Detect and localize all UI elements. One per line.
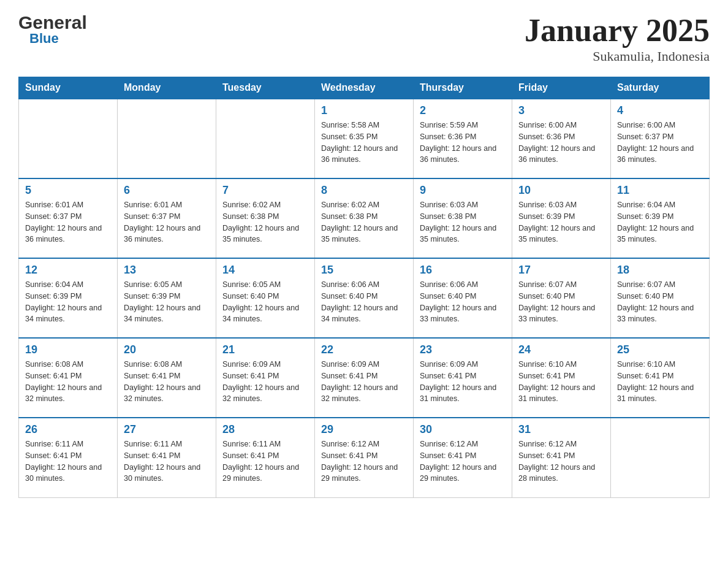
logo: General Blue: [18, 12, 87, 47]
calendar-subtitle: Sukamulia, Indonesia: [525, 48, 710, 64]
calendar-cell: 2Sunrise: 5:59 AM Sunset: 6:36 PM Daylig…: [414, 99, 512, 178]
day-info: Sunrise: 6:12 AM Sunset: 6:41 PM Dayligh…: [420, 439, 506, 484]
day-number: 22: [321, 343, 407, 356]
day-info: Sunrise: 6:09 AM Sunset: 6:41 PM Dayligh…: [321, 359, 407, 405]
day-info: Sunrise: 6:08 AM Sunset: 6:41 PM Dayligh…: [25, 359, 111, 405]
day-number: 27: [124, 423, 210, 436]
col-sunday: Sunday: [19, 77, 118, 99]
day-number: 9: [420, 184, 506, 197]
day-info: Sunrise: 6:08 AM Sunset: 6:41 PM Dayligh…: [124, 359, 210, 405]
day-number: 24: [518, 343, 604, 356]
day-number: 30: [420, 423, 506, 436]
day-info: Sunrise: 6:12 AM Sunset: 6:41 PM Dayligh…: [518, 439, 604, 484]
calendar-week-4: 19Sunrise: 6:08 AM Sunset: 6:41 PM Dayli…: [19, 338, 710, 418]
day-number: 25: [617, 343, 703, 356]
calendar-cell: 14Sunrise: 6:05 AM Sunset: 6:40 PM Dayli…: [216, 258, 315, 338]
calendar-week-5: 26Sunrise: 6:11 AM Sunset: 6:41 PM Dayli…: [19, 418, 710, 497]
calendar-cell: 12Sunrise: 6:04 AM Sunset: 6:39 PM Dayli…: [19, 258, 118, 338]
day-number: 8: [321, 184, 407, 197]
day-number: 26: [25, 423, 111, 436]
calendar-cell: 25Sunrise: 6:10 AM Sunset: 6:41 PM Dayli…: [611, 338, 710, 418]
calendar-cell: 26Sunrise: 6:11 AM Sunset: 6:41 PM Dayli…: [19, 418, 118, 497]
calendar-cell: 10Sunrise: 6:03 AM Sunset: 6:39 PM Dayli…: [512, 178, 611, 258]
day-info: Sunrise: 5:59 AM Sunset: 6:36 PM Dayligh…: [420, 120, 506, 166]
logo-general-text: General: [18, 12, 87, 33]
day-info: Sunrise: 6:11 AM Sunset: 6:41 PM Dayligh…: [124, 439, 210, 484]
day-info: Sunrise: 6:07 AM Sunset: 6:40 PM Dayligh…: [518, 279, 604, 325]
calendar-cell: 20Sunrise: 6:08 AM Sunset: 6:41 PM Dayli…: [118, 338, 216, 418]
day-info: Sunrise: 6:04 AM Sunset: 6:39 PM Dayligh…: [25, 279, 111, 325]
calendar-cell: 9Sunrise: 6:03 AM Sunset: 6:38 PM Daylig…: [414, 178, 512, 258]
calendar-cell: [611, 418, 710, 497]
calendar-cell: 3Sunrise: 6:00 AM Sunset: 6:36 PM Daylig…: [512, 99, 611, 178]
day-info: Sunrise: 6:07 AM Sunset: 6:40 PM Dayligh…: [617, 279, 703, 325]
day-number: 21: [222, 343, 308, 356]
calendar-cell: 29Sunrise: 6:12 AM Sunset: 6:41 PM Dayli…: [315, 418, 414, 497]
day-number: 11: [617, 184, 703, 197]
calendar-week-1: 1Sunrise: 5:58 AM Sunset: 6:35 PM Daylig…: [19, 99, 710, 178]
day-info: Sunrise: 6:10 AM Sunset: 6:41 PM Dayligh…: [518, 359, 604, 405]
calendar-cell: 24Sunrise: 6:10 AM Sunset: 6:41 PM Dayli…: [512, 338, 611, 418]
calendar-cell: 18Sunrise: 6:07 AM Sunset: 6:40 PM Dayli…: [611, 258, 710, 338]
day-info: Sunrise: 6:06 AM Sunset: 6:40 PM Dayligh…: [321, 279, 407, 325]
calendar-cell: 1Sunrise: 5:58 AM Sunset: 6:35 PM Daylig…: [315, 99, 414, 178]
calendar-cell: 11Sunrise: 6:04 AM Sunset: 6:39 PM Dayli…: [611, 178, 710, 258]
calendar-cell: 31Sunrise: 6:12 AM Sunset: 6:41 PM Dayli…: [512, 418, 611, 497]
page-header: General Blue January 2025 Sukamulia, Ind…: [18, 12, 710, 64]
day-info: Sunrise: 6:06 AM Sunset: 6:40 PM Dayligh…: [420, 279, 506, 325]
day-number: 29: [321, 423, 407, 436]
calendar-cell: [19, 99, 118, 178]
title-block: January 2025 Sukamulia, Indonesia: [525, 12, 710, 64]
day-number: 12: [25, 264, 111, 277]
logo-blue-text: Blue: [29, 31, 59, 47]
calendar-title: January 2025: [525, 12, 710, 48]
calendar-cell: 21Sunrise: 6:09 AM Sunset: 6:41 PM Dayli…: [216, 338, 315, 418]
day-info: Sunrise: 6:11 AM Sunset: 6:41 PM Dayligh…: [25, 439, 111, 484]
calendar-cell: 5Sunrise: 6:01 AM Sunset: 6:37 PM Daylig…: [19, 178, 118, 258]
calendar-week-2: 5Sunrise: 6:01 AM Sunset: 6:37 PM Daylig…: [19, 178, 710, 258]
day-info: Sunrise: 6:12 AM Sunset: 6:41 PM Dayligh…: [321, 439, 407, 484]
calendar-cell: 27Sunrise: 6:11 AM Sunset: 6:41 PM Dayli…: [118, 418, 216, 497]
day-number: 31: [518, 423, 604, 436]
day-info: Sunrise: 6:02 AM Sunset: 6:38 PM Dayligh…: [222, 199, 308, 245]
calendar-cell: 7Sunrise: 6:02 AM Sunset: 6:38 PM Daylig…: [216, 178, 315, 258]
calendar-cell: 28Sunrise: 6:11 AM Sunset: 6:41 PM Dayli…: [216, 418, 315, 497]
day-info: Sunrise: 6:09 AM Sunset: 6:41 PM Dayligh…: [222, 359, 308, 405]
day-info: Sunrise: 5:58 AM Sunset: 6:35 PM Dayligh…: [321, 120, 407, 166]
day-number: 4: [617, 104, 703, 117]
col-friday: Friday: [512, 77, 611, 99]
day-info: Sunrise: 6:11 AM Sunset: 6:41 PM Dayligh…: [222, 439, 308, 484]
day-number: 19: [25, 343, 111, 356]
day-info: Sunrise: 6:00 AM Sunset: 6:36 PM Dayligh…: [518, 120, 604, 166]
calendar-cell: [216, 99, 315, 178]
calendar-header-row: Sunday Monday Tuesday Wednesday Thursday…: [19, 77, 710, 99]
day-number: 14: [222, 264, 308, 277]
day-number: 3: [518, 104, 604, 117]
calendar-cell: 17Sunrise: 6:07 AM Sunset: 6:40 PM Dayli…: [512, 258, 611, 338]
col-monday: Monday: [118, 77, 216, 99]
day-info: Sunrise: 6:03 AM Sunset: 6:38 PM Dayligh…: [420, 199, 506, 245]
calendar-week-3: 12Sunrise: 6:04 AM Sunset: 6:39 PM Dayli…: [19, 258, 710, 338]
day-number: 15: [321, 264, 407, 277]
calendar-cell: 19Sunrise: 6:08 AM Sunset: 6:41 PM Dayli…: [19, 338, 118, 418]
calendar-cell: 23Sunrise: 6:09 AM Sunset: 6:41 PM Dayli…: [414, 338, 512, 418]
day-number: 23: [420, 343, 506, 356]
day-number: 7: [222, 184, 308, 197]
day-number: 1: [321, 104, 407, 117]
col-tuesday: Tuesday: [216, 77, 315, 99]
day-info: Sunrise: 6:05 AM Sunset: 6:40 PM Dayligh…: [222, 279, 308, 325]
day-number: 17: [518, 264, 604, 277]
day-number: 18: [617, 264, 703, 277]
day-number: 16: [420, 264, 506, 277]
col-saturday: Saturday: [611, 77, 710, 99]
day-info: Sunrise: 6:04 AM Sunset: 6:39 PM Dayligh…: [617, 199, 703, 245]
day-number: 10: [518, 184, 604, 197]
logo-blue-row: Blue: [18, 31, 59, 47]
calendar-cell: 8Sunrise: 6:02 AM Sunset: 6:38 PM Daylig…: [315, 178, 414, 258]
day-number: 13: [124, 264, 210, 277]
day-info: Sunrise: 6:02 AM Sunset: 6:38 PM Dayligh…: [321, 199, 407, 245]
day-number: 5: [25, 184, 111, 197]
col-wednesday: Wednesday: [315, 77, 414, 99]
day-info: Sunrise: 6:05 AM Sunset: 6:39 PM Dayligh…: [124, 279, 210, 325]
day-info: Sunrise: 6:09 AM Sunset: 6:41 PM Dayligh…: [420, 359, 506, 405]
